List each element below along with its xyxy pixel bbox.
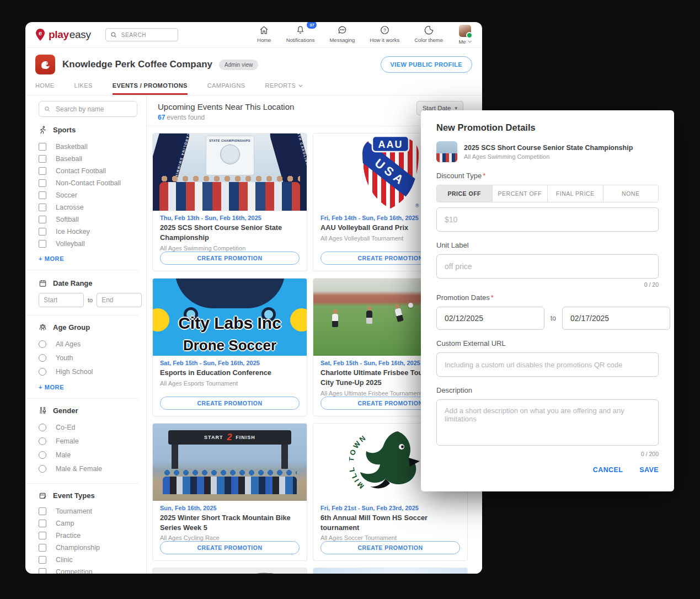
filter-sport-baseball[interactable]: Baseball (39, 153, 137, 165)
filter-label: Co-Ed (56, 424, 75, 431)
unit-label-input[interactable] (436, 254, 659, 279)
navbar-actions: Home 37 Notifications Messaging ? How it… (257, 25, 472, 45)
checkbox[interactable] (39, 544, 46, 552)
sports-more-link[interactable]: + MORE (39, 255, 137, 262)
tab-campaigns[interactable]: CAMPAIGNS (207, 78, 245, 95)
checkbox[interactable] (39, 204, 46, 211)
filter-sport-softball[interactable]: Softball (39, 213, 137, 226)
age-group-more-link[interactable]: + MORE (39, 384, 137, 391)
description-label: Description (436, 386, 659, 394)
date-start-input[interactable] (39, 293, 84, 307)
radio[interactable] (39, 354, 46, 362)
radio[interactable] (39, 340, 46, 348)
filter-sport-volleyball[interactable]: Volleyball (39, 238, 137, 250)
filter-sport-ice-hockey[interactable]: Ice Hockey (39, 226, 137, 238)
filter-type-tournament[interactable]: Tournament (39, 505, 137, 517)
radio[interactable] (39, 451, 46, 459)
checkbox[interactable] (39, 532, 46, 539)
checkbox[interactable] (39, 191, 46, 199)
promotion-end-date-input[interactable] (562, 307, 670, 330)
nav-how-it-works[interactable]: ? How it works (370, 25, 399, 43)
custom-url-input[interactable] (436, 352, 659, 377)
tab-reports[interactable]: REPORTS (265, 78, 303, 95)
radio[interactable] (39, 465, 46, 473)
checkbox[interactable] (39, 556, 46, 564)
nav-notifications[interactable]: 37 Notifications (286, 25, 315, 43)
event-image-car-club-logo[interactable]: THE (153, 568, 307, 574)
cancel-button[interactable]: CANCEL (593, 466, 623, 474)
global-search-input[interactable] (120, 31, 173, 39)
radio[interactable] (39, 368, 46, 376)
tab-likes[interactable]: LIKES (74, 78, 93, 95)
checkbox[interactable] (39, 240, 46, 248)
checkbox[interactable] (39, 507, 46, 515)
playeasy-logo[interactable]: e playeasy (35, 28, 91, 41)
event-image-city-labs-graphic[interactable]: City Labs Inc Drone Soccer (153, 279, 307, 356)
create-promotion-button[interactable]: CREATE PROMOTION (320, 541, 460, 554)
filter-age-youth[interactable]: Youth (39, 351, 137, 365)
global-search[interactable] (105, 28, 178, 41)
filter-age-high-school[interactable]: High School (39, 365, 137, 378)
event-card-body: Sun, Feb 16th, 2025 2025 Winter Short Tr… (153, 501, 307, 542)
checkbox[interactable] (39, 179, 46, 187)
discount-type-segmented-control: PRICE OFF PERCENT OFF FINAL PRICE NONE (436, 185, 659, 202)
checkbox[interactable] (39, 167, 46, 175)
create-promotion-button[interactable]: CREATE PROMOTION (160, 252, 300, 265)
filter-sport-lacrosse[interactable]: Lacrosse (39, 201, 137, 213)
filter-sport-soccer[interactable]: Soccer (39, 189, 137, 201)
filter-age-all-ages[interactable]: All Ages (39, 337, 137, 351)
filter-type-camp[interactable]: Camp (39, 517, 137, 530)
filter-search-input[interactable] (55, 105, 132, 114)
checkbox[interactable] (39, 143, 46, 151)
checkbox[interactable] (39, 568, 46, 574)
checkbox[interactable] (39, 155, 46, 163)
nav-messaging[interactable]: Messaging (329, 25, 355, 43)
filter-sport-contact-football[interactable]: Contact Football (39, 165, 137, 177)
nav-home[interactable]: Home (257, 25, 271, 43)
discount-option-percent-off[interactable]: PERCENT OFF (492, 185, 548, 202)
filter-type-competition[interactable]: Competition (39, 566, 137, 574)
event-image-mountain-bike-start-photo[interactable]: START 2 FINISH (153, 424, 307, 501)
banner-text: STATE CHAMPIONSHIPS (206, 139, 254, 142)
filter-type-practice[interactable]: Practice (39, 530, 137, 542)
filter-gender-co-ed[interactable]: Co-Ed (39, 420, 137, 434)
price-off-input[interactable] (436, 207, 659, 232)
filter-gender-male-female[interactable]: Male & Female (39, 462, 137, 475)
event-image-blue-crowd-photo[interactable] (313, 568, 467, 574)
checkbox[interactable] (39, 216, 46, 223)
checkbox[interactable] (39, 520, 46, 527)
nav-color-theme[interactable]: Color theme (414, 25, 443, 43)
view-public-profile-button[interactable]: VIEW PUBLIC PROFILE (381, 56, 472, 73)
event-date: Sun, Feb 16th, 2025 (160, 505, 300, 511)
description-textarea[interactable] (436, 399, 659, 446)
checkbox[interactable] (39, 228, 46, 236)
emblem (220, 145, 240, 164)
tab-events-promotions[interactable]: EVENTS / PROMOTIONS (113, 78, 188, 95)
promotion-start-date-input[interactable] (436, 307, 544, 330)
description-counter: 0 / 200 (436, 451, 659, 457)
filter-search[interactable] (39, 101, 137, 117)
filter-gender-female[interactable]: Female (39, 434, 137, 448)
discount-option-final-price[interactable]: FINAL PRICE (547, 185, 603, 202)
chat-bubble-icon (337, 25, 348, 35)
filter-type-championship[interactable]: Championship (39, 542, 137, 554)
filter-type-clinic[interactable]: Clinic (39, 554, 137, 566)
event-image-swim-team-photo[interactable]: CAROLINA SWIMMING SOUTH CAROLINA SWIM ST… (153, 133, 307, 211)
tab-home[interactable]: HOME (35, 78, 55, 95)
discount-option-price-off[interactable]: PRICE OFF (437, 185, 492, 202)
discount-option-none[interactable]: NONE (603, 185, 659, 202)
save-button[interactable]: SAVE (639, 466, 659, 474)
create-promotion-button[interactable]: CREATE PROMOTION (160, 541, 300, 554)
age-group-icon (39, 323, 47, 331)
events-count-suffix: events found (167, 114, 205, 121)
event-date: Sat, Feb 15th - Sun, Feb 16th, 2025 (160, 360, 300, 366)
events-count-number: 67 (158, 114, 165, 121)
radio[interactable] (39, 437, 46, 445)
radio[interactable] (39, 424, 46, 431)
filter-gender-male[interactable]: Male (39, 448, 137, 462)
nav-me[interactable]: Me (458, 25, 472, 45)
date-end-input[interactable] (97, 293, 142, 307)
filter-sport-basketball[interactable]: Basketball (39, 141, 137, 153)
filter-sport-non-contact-football[interactable]: Non-Contact Football (39, 177, 137, 189)
create-promotion-button[interactable]: CREATE PROMOTION (160, 397, 300, 410)
